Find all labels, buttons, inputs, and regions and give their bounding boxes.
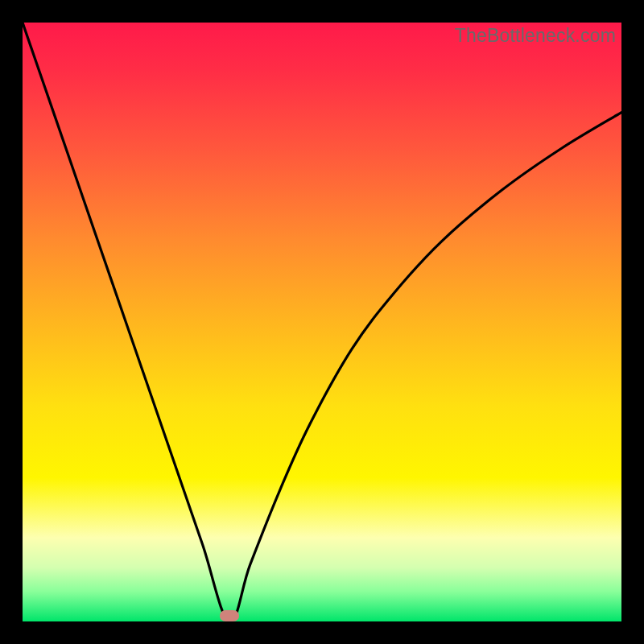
watermark-label: TheBottleneck.com [455,25,616,47]
optimal-marker [220,610,239,621]
chart-frame: TheBottleneck.com [0,0,644,644]
plot-area: TheBottleneck.com [23,23,621,621]
curve-layer [23,23,621,621]
bottleneck-curve [23,23,621,621]
